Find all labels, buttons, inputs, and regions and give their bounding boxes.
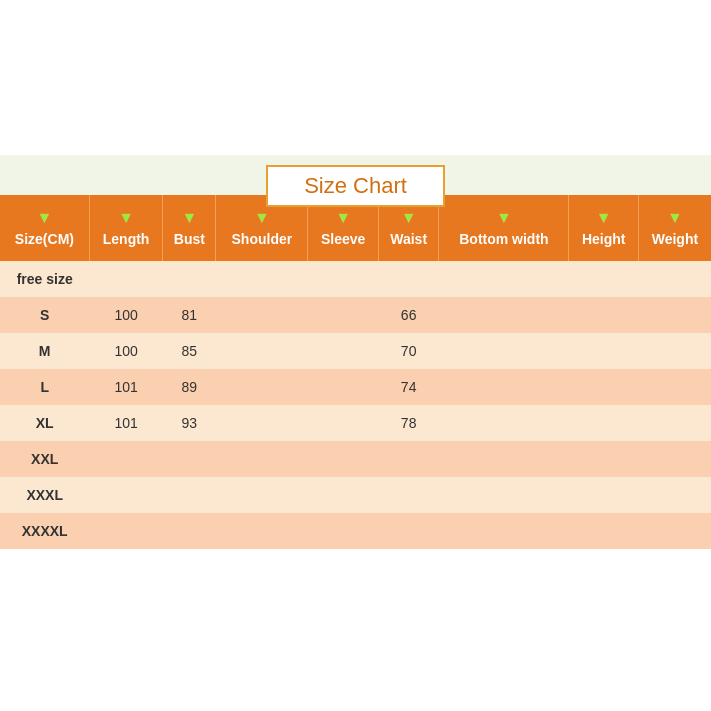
table-cell: L: [0, 369, 89, 405]
table-cell: [638, 405, 711, 441]
table-cell: [638, 369, 711, 405]
table-cell: S: [0, 297, 89, 333]
table-cell: [439, 477, 569, 513]
table-cell: 101: [89, 405, 163, 441]
table-cell: [638, 513, 711, 549]
table-cell: 70: [378, 333, 439, 369]
header-bust: ▼ Bust: [163, 195, 216, 261]
table-cell: [308, 477, 379, 513]
arrow-icon: ▼: [401, 209, 417, 227]
table-cell: 93: [163, 405, 216, 441]
header-weight: ▼ Weight: [638, 195, 711, 261]
table-cell: [163, 441, 216, 477]
table-cell: [439, 405, 569, 441]
table-cell: 100: [89, 297, 163, 333]
arrow-icon: ▼: [667, 209, 683, 227]
table-cell: [569, 369, 638, 405]
table-cell: 78: [378, 405, 439, 441]
table-row: XL1019378: [0, 405, 711, 441]
table-row: S1008166: [0, 297, 711, 333]
table-cell: [163, 513, 216, 549]
table-cell: [638, 477, 711, 513]
table-section: ▼ Size(CM) ▼ Length ▼ Bust: [0, 195, 711, 549]
table-row: XXXL: [0, 477, 711, 513]
table-cell: [378, 513, 439, 549]
table-row: L1018974: [0, 369, 711, 405]
table-row: free size: [0, 261, 711, 297]
table-cell: [439, 333, 569, 369]
table-cell: [439, 513, 569, 549]
table-cell: [378, 261, 439, 297]
table-cell: XXL: [0, 441, 89, 477]
table-cell: [89, 513, 163, 549]
table-cell: [308, 297, 379, 333]
table-cell: [163, 261, 216, 297]
table-cell: [216, 333, 308, 369]
table-cell: [569, 333, 638, 369]
arrow-icon: ▼: [181, 209, 197, 227]
arrow-icon: ▼: [496, 209, 512, 227]
header-length: ▼ Length: [89, 195, 163, 261]
table-cell: 85: [163, 333, 216, 369]
table-cell: free size: [0, 261, 89, 297]
table-row: M1008570: [0, 333, 711, 369]
table-row: XXL: [0, 441, 711, 477]
table-cell: 100: [89, 333, 163, 369]
table-cell: 81: [163, 297, 216, 333]
table-cell: [569, 477, 638, 513]
table-cell: 89: [163, 369, 216, 405]
top-section: Size Chart: [0, 0, 711, 195]
table-cell: [308, 441, 379, 477]
table-cell: [89, 477, 163, 513]
arrow-icon: ▼: [36, 209, 52, 227]
table-cell: XXXXL: [0, 513, 89, 549]
table-cell: [216, 477, 308, 513]
table-cell: [378, 441, 439, 477]
table-cell: M: [0, 333, 89, 369]
table-cell: [569, 261, 638, 297]
table-cell: XL: [0, 405, 89, 441]
header-bottom-width: ▼ Bottom width: [439, 195, 569, 261]
table-cell: [378, 477, 439, 513]
table-cell: [308, 405, 379, 441]
table-cell: [569, 297, 638, 333]
table-cell: [308, 333, 379, 369]
table-cell: [216, 261, 308, 297]
arrow-icon: ▼: [254, 209, 270, 227]
page-container: Size Chart ▼ Size(CM) ▼ Length: [0, 0, 711, 711]
table-cell: [89, 441, 163, 477]
arrow-icon: ▼: [335, 209, 351, 227]
table-cell: [216, 513, 308, 549]
arrow-icon: ▼: [596, 209, 612, 227]
table-cell: [308, 369, 379, 405]
table-cell: [216, 369, 308, 405]
table-cell: [439, 441, 569, 477]
table-cell: 66: [378, 297, 439, 333]
table-cell: 74: [378, 369, 439, 405]
table-cell: [439, 261, 569, 297]
size-table: ▼ Size(CM) ▼ Length ▼ Bust: [0, 195, 711, 549]
table-cell: [638, 261, 711, 297]
chart-title: Size Chart: [304, 173, 407, 198]
table-cell: [216, 441, 308, 477]
table-row: XXXXL: [0, 513, 711, 549]
arrow-icon: ▼: [118, 209, 134, 227]
table-cell: 101: [89, 369, 163, 405]
table-cell: [439, 297, 569, 333]
table-cell: [569, 441, 638, 477]
table-cell: [89, 261, 163, 297]
table-cell: [308, 261, 379, 297]
table-cell: [163, 477, 216, 513]
header-height: ▼ Height: [569, 195, 638, 261]
table-cell: [638, 441, 711, 477]
table-cell: [308, 513, 379, 549]
header-size: ▼ Size(CM): [0, 195, 89, 261]
title-box: Size Chart: [266, 165, 445, 207]
table-cell: [439, 369, 569, 405]
table-cell: [216, 297, 308, 333]
table-cell: [569, 405, 638, 441]
table-cell: XXXL: [0, 477, 89, 513]
table-cell: [638, 297, 711, 333]
table-cell: [569, 513, 638, 549]
table-cell: [216, 405, 308, 441]
